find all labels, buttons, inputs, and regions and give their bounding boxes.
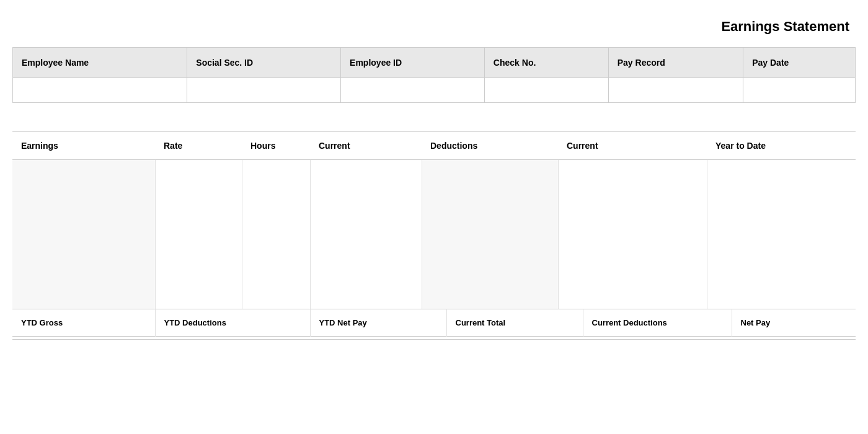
col-header-current: Current (310, 132, 422, 160)
col-employee-name: Employee Name (13, 48, 187, 78)
deductions-data-col (422, 160, 558, 309)
employee-name-value (13, 78, 187, 103)
col-header-deductions: Deductions (422, 132, 558, 160)
pay-date-value (743, 78, 856, 103)
bottom-divider (12, 339, 856, 340)
current-total-label: Current Total (446, 309, 583, 337)
col-check-no: Check No. (484, 48, 608, 78)
earnings-section: Earnings Rate Hours Current Deductions C… (12, 131, 856, 340)
col-employee-id: Employee ID (341, 48, 485, 78)
col-social-sec-id: Social Sec. ID (187, 48, 341, 78)
col-header-hours: Hours (242, 132, 310, 160)
col-header-rate: Rate (155, 132, 242, 160)
ytd-data-col (707, 160, 856, 309)
col-pay-record: Pay Record (608, 48, 743, 78)
employee-id-value (341, 78, 485, 103)
earnings-data-col (12, 160, 155, 309)
earnings-body-table (12, 160, 856, 309)
ytd-net-pay-label: YTD Net Pay (310, 309, 446, 337)
summary-table: YTD Gross YTD Deductions YTD Net Pay Cur… (12, 309, 856, 337)
current-deductions-label: Current Deductions (583, 309, 732, 337)
social-sec-id-value (187, 78, 341, 103)
col-header-current2: Current (558, 132, 707, 160)
col-pay-date: Pay Date (743, 48, 856, 78)
check-no-value (484, 78, 608, 103)
pay-record-value (608, 78, 743, 103)
ytd-deductions-label: YTD Deductions (155, 309, 310, 337)
page-title: Earnings Statement (721, 19, 849, 34)
page-container: Earnings Statement Employee Name Social … (0, 0, 868, 352)
hours-data-col (242, 160, 310, 309)
employee-header-table: Employee Name Social Sec. ID Employee ID… (12, 47, 856, 103)
title-row: Earnings Statement (12, 12, 856, 47)
current2-data-col (558, 160, 707, 309)
current-data-col (310, 160, 422, 309)
col-header-ytd: Year to Date (707, 132, 856, 160)
col-header-earnings: Earnings (12, 132, 155, 160)
ytd-gross-label: YTD Gross (12, 309, 155, 337)
rate-data-col (155, 160, 242, 309)
net-pay-label: Net Pay (732, 309, 856, 337)
earnings-header-table: Earnings Rate Hours Current Deductions C… (12, 131, 856, 160)
